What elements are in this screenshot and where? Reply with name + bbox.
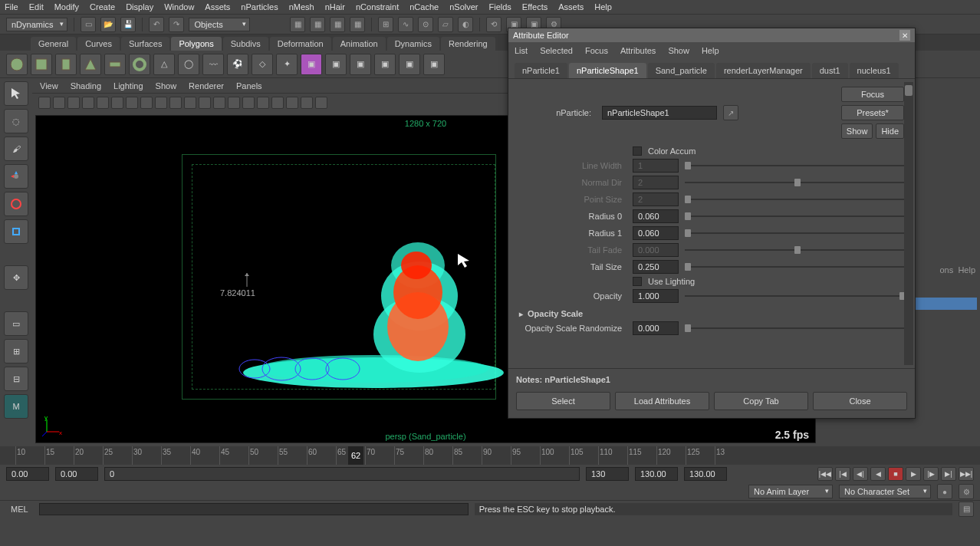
vp-xray-joints-icon[interactable] [315, 97, 327, 109]
close-icon[interactable]: ✕ [899, 30, 910, 41]
vp-camera-icon[interactable] [38, 97, 51, 109]
attr-menu-focus[interactable]: Focus [585, 46, 608, 55]
undo-icon[interactable]: ↶ [149, 17, 164, 32]
separate-icon[interactable]: ▣ [350, 54, 371, 75]
step-fwd-icon[interactable]: |▶ [923, 467, 939, 481]
extract-icon[interactable]: ▣ [374, 54, 396, 75]
play-fwd-icon[interactable]: ▶ [906, 467, 921, 481]
sculpt-icon[interactable]: ✦ [276, 54, 298, 75]
select-object-icon[interactable]: ▦ [350, 17, 365, 32]
vp-xray-icon[interactable] [301, 97, 313, 109]
plane-icon[interactable] [104, 54, 126, 75]
opacity-scale-section[interactable]: Opacity Scale [519, 309, 904, 318]
menu-nhair[interactable]: nHair [325, 2, 345, 12]
menu-display[interactable]: Display [126, 2, 153, 12]
shelf-tab-polygons[interactable]: Polygons [171, 37, 221, 51]
maya-logo-icon[interactable]: M [4, 394, 28, 419]
tail-size-field[interactable] [633, 260, 679, 274]
smooth-icon[interactable]: ▣ [399, 54, 420, 75]
vp-wireframe-icon[interactable] [213, 97, 225, 109]
script-editor-icon[interactable]: ▤ [959, 502, 974, 517]
hide-button[interactable]: Hide [876, 123, 904, 139]
attr-tab-dust1[interactable]: dust1 [812, 63, 848, 78]
redo-icon[interactable]: ↷ [169, 17, 184, 32]
vp-image-plane-icon[interactable] [67, 97, 80, 109]
vp-2d-pan-icon[interactable] [82, 97, 94, 109]
attr-editor-title[interactable]: Attribute Editor ✕ [508, 28, 915, 42]
vp-menu-show[interactable]: Show [156, 81, 177, 90]
vp-field-chart-icon[interactable] [169, 97, 182, 109]
type-icon[interactable]: ▣ [301, 54, 322, 75]
snap-curve-icon[interactable]: ∿ [398, 17, 413, 32]
vp-film-gate-icon[interactable] [126, 97, 138, 109]
cylinder-icon[interactable] [55, 54, 77, 75]
snap-point-icon[interactable]: ⊙ [418, 17, 433, 32]
shelf-tab-curves[interactable]: Curves [77, 37, 120, 51]
attr-menu-list[interactable]: List [515, 46, 528, 55]
select-tool-icon[interactable] [4, 81, 28, 106]
timeline[interactable]: /* ticks rendered after */ 62 1015202530… [0, 446, 980, 465]
close-button[interactable]: Close [813, 392, 907, 410]
pipe-icon[interactable]: ◯ [178, 54, 199, 75]
history-icon[interactable]: ⟲ [486, 17, 502, 32]
vp-menu-renderer[interactable]: Renderer [189, 81, 224, 90]
soccer-icon[interactable]: ⚽ [227, 54, 248, 75]
use-lighting-checkbox[interactable] [633, 277, 642, 286]
go-up-icon[interactable]: ↗ [723, 105, 738, 120]
menu-fields[interactable]: Fields [488, 2, 511, 12]
select-hierarchy-icon[interactable]: ▦ [330, 17, 345, 32]
go-end-icon[interactable]: ▶▶| [959, 467, 974, 481]
go-start-icon[interactable]: |◀◀ [817, 467, 833, 481]
attr-menu-show[interactable]: Show [668, 46, 689, 55]
shelf-tab-general[interactable]: General [31, 37, 76, 51]
opacity-field[interactable] [633, 289, 679, 303]
layout-single-icon[interactable]: ▭ [4, 311, 28, 336]
snap-live-icon[interactable]: ◐ [458, 17, 473, 32]
menu-assets2[interactable]: Assets [558, 2, 584, 12]
sphere-icon[interactable] [6, 54, 28, 75]
playback-end-field[interactable] [586, 467, 629, 481]
scale-tool-icon[interactable] [4, 219, 28, 244]
shelf-tab-animation[interactable]: Animation [333, 37, 386, 51]
radius0-field[interactable] [633, 209, 679, 223]
menu-nmesh[interactable]: nMesh [289, 2, 314, 12]
attr-tab-nparticle1[interactable]: nParticle1 [515, 63, 567, 78]
menu-nparticles[interactable]: nParticles [241, 2, 278, 12]
opacity-rand-field[interactable] [633, 321, 679, 335]
menu-help[interactable]: Help [594, 2, 612, 12]
radius1-field[interactable] [633, 226, 679, 240]
playback-start-field[interactable] [55, 467, 98, 481]
attr-tab-renderlayermgr[interactable]: renderLayerManager [716, 63, 811, 78]
node-name-field[interactable] [602, 106, 717, 120]
shelf-tab-dynamics[interactable]: Dynamics [387, 37, 439, 51]
current-frame-marker[interactable]: 62 [348, 446, 363, 465]
vp-grid-icon[interactable] [111, 97, 123, 109]
opacity-slider[interactable] [685, 291, 904, 301]
manip-tool-icon[interactable]: ✥ [4, 265, 28, 290]
menu-effects[interactable]: Effects [522, 2, 548, 12]
snap-grid-icon[interactable]: ⊞ [378, 17, 393, 32]
range-end-field[interactable] [635, 467, 678, 481]
layout-custom-icon[interactable]: ⊟ [4, 367, 28, 391]
layout-four-icon[interactable]: ⊞ [4, 339, 28, 363]
attr-scrollbar[interactable] [904, 82, 913, 365]
show-button[interactable]: Show [841, 123, 873, 139]
select-all-icon[interactable]: ▦ [310, 17, 325, 32]
opacity-rand-slider[interactable] [685, 324, 904, 333]
shelf-tab-rendering[interactable]: Rendering [441, 37, 495, 51]
color-accum-checkbox[interactable] [633, 146, 642, 156]
move-tool-icon[interactable] [4, 164, 28, 189]
vp-menu-panels[interactable]: Panels [236, 81, 262, 90]
attr-tab-sand-particle[interactable]: Sand_particle [648, 63, 715, 78]
vp-menu-shading[interactable]: Shading [71, 81, 101, 90]
vp-safe-action-icon[interactable] [184, 97, 196, 109]
prism-icon[interactable]: △ [153, 54, 175, 75]
attr-tab-nucleus1[interactable]: nucleus1 [850, 63, 899, 78]
attr-menu-attributes[interactable]: Attributes [620, 46, 656, 55]
cone-icon[interactable] [80, 54, 101, 75]
helix-icon[interactable]: 〰 [202, 54, 224, 75]
shelf-tab-deformation[interactable]: Deformation [270, 37, 331, 51]
prefs-icon[interactable]: ⚙ [959, 484, 974, 499]
selection-mode-dropdown[interactable]: Objects [189, 18, 250, 31]
menu-file[interactable]: File [5, 2, 18, 12]
